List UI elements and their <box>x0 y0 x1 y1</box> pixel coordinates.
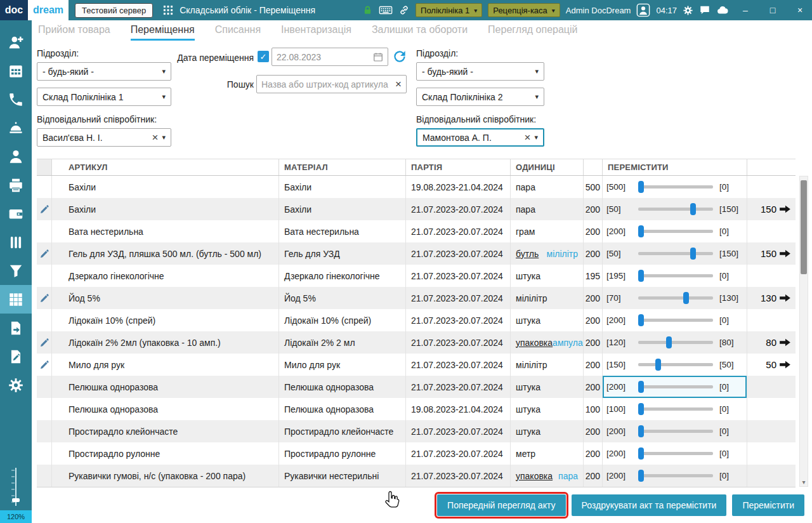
edit-icon[interactable] <box>39 249 49 259</box>
tab-2[interactable]: Переміщення <box>131 24 195 41</box>
search-input-field[interactable] <box>261 79 392 89</box>
sidebar-item-staff[interactable] <box>0 142 32 171</box>
apps-grid-icon[interactable] <box>163 5 173 15</box>
table-row[interactable]: Вата нестерильнаВата нестерильна21.07.20… <box>37 220 796 242</box>
sidebar-item-payments[interactable] <box>0 199 32 228</box>
target-division-select[interactable]: - будь-який - ▾ <box>416 62 544 81</box>
unit-label[interactable]: упаковка <box>516 471 553 481</box>
move-slider-cell[interactable]: [500][0] <box>603 176 747 198</box>
maximize-button[interactable]: □ <box>762 0 783 20</box>
slider-handle[interactable] <box>638 225 644 237</box>
slider-track[interactable] <box>638 341 713 344</box>
edit-icon[interactable] <box>39 204 49 215</box>
sidebar-item-lab-tubes[interactable] <box>0 228 32 256</box>
slider-handle[interactable] <box>638 381 644 393</box>
table-row[interactable]: Пелюшка одноразоваПелюшка одноразова21.0… <box>37 376 796 398</box>
scroll-down-icon[interactable]: ▾ <box>800 479 808 486</box>
close-button[interactable]: × <box>789 0 811 20</box>
table-row[interactable]: БахілиБахіли21.07.2023-20.07.2024пара200… <box>37 198 796 220</box>
date-filter-checkbox[interactable]: ✓ <box>258 51 269 62</box>
settings-gear-icon[interactable] <box>683 5 693 16</box>
clear-icon[interactable]: × <box>525 132 531 143</box>
slider-handle[interactable] <box>655 359 661 371</box>
sidebar-item-print[interactable] <box>0 171 32 199</box>
source-employee-select[interactable]: Васил'єва Н. І. × ▾ <box>37 128 171 147</box>
minimize-button[interactable]: – <box>735 0 756 20</box>
unit-label[interactable]: бутль <box>516 249 539 259</box>
test-server-button[interactable]: Тестовий сервер <box>75 3 153 18</box>
target-employee-select[interactable]: Мамонтова А. П. × ▾ <box>416 128 544 147</box>
slider-handle[interactable] <box>638 425 644 437</box>
unit-label[interactable]: упаковка <box>516 338 553 348</box>
table-row[interactable]: Мило для рукМило для рук21.07.2023-20.07… <box>37 354 796 376</box>
move-slider-cell[interactable]: [50][150] <box>603 242 747 265</box>
col-material[interactable]: МАТЕРІАЛ <box>279 159 406 175</box>
slider-track[interactable] <box>638 230 713 233</box>
slider-track[interactable] <box>638 274 713 277</box>
col-article[interactable]: АРТИКУЛ <box>52 159 279 175</box>
move-slider-cell[interactable]: [200][0] <box>603 442 747 465</box>
slider-handle[interactable] <box>690 203 696 215</box>
slider-track[interactable] <box>638 252 713 255</box>
move-slider-cell[interactable]: [200][0] <box>603 376 747 398</box>
col-batch[interactable]: ПАРТІЯ <box>406 159 511 175</box>
col-units[interactable]: ОДИНИЦІ <box>511 159 584 175</box>
sidebar-item-patient-add[interactable] <box>0 28 32 56</box>
table-row[interactable]: Простирадло рулоннеПростирадло рулонне21… <box>37 442 796 465</box>
zoom-slider[interactable] <box>9 467 23 507</box>
unit-alt-label[interactable]: ампула <box>553 338 583 348</box>
move-slider-cell[interactable]: [200][0] <box>603 420 747 442</box>
clear-icon[interactable]: × <box>152 132 159 143</box>
edit-icon[interactable] <box>39 360 49 370</box>
table-row[interactable]: БахілиБахіли19.08.2023-21.04.2024пара500… <box>37 176 796 198</box>
sidebar-item-settings[interactable] <box>0 371 32 399</box>
slider-track[interactable] <box>638 363 713 366</box>
table-row[interactable]: Гель для УЗД, пляшка 500 мл. (бутль - 50… <box>37 242 796 265</box>
slider-handle[interactable] <box>683 292 689 304</box>
slider-handle[interactable] <box>638 470 644 482</box>
print-and-move-button[interactable]: Роздрукувати акт та перемістити <box>572 494 727 516</box>
slider-handle[interactable] <box>666 336 672 348</box>
sidebar-item-service-bell[interactable] <box>0 114 32 142</box>
slider-track[interactable] <box>638 319 713 322</box>
table-row[interactable]: Дзеркало гінекологічнеДзеркало гінеколог… <box>37 265 796 287</box>
slider-track[interactable] <box>638 452 713 455</box>
cashdesk-select[interactable]: Рецепція-каса ▾ <box>488 3 560 17</box>
move-slider-cell[interactable]: [200][0] <box>603 309 747 331</box>
slider-handle[interactable] <box>638 270 644 282</box>
move-slider-cell[interactable]: [50][150] <box>603 198 747 220</box>
scrollbar-thumb[interactable] <box>801 180 807 274</box>
move-slider-cell[interactable]: [200][0] <box>603 220 747 242</box>
sidebar-item-report-edit[interactable] <box>0 342 32 371</box>
tab-1[interactable]: Прийом товара <box>38 24 110 41</box>
slider-track[interactable] <box>638 385 713 388</box>
slider-handle[interactable] <box>638 314 644 326</box>
slider-handle[interactable] <box>638 403 644 415</box>
tab-3[interactable]: Списання <box>215 24 261 41</box>
tab-5[interactable]: Залишки та обороти <box>372 24 468 41</box>
sidebar-item-documents[interactable] <box>0 314 32 342</box>
unit-alt-label[interactable]: мілілітр <box>547 249 579 259</box>
keyboard-icon[interactable] <box>379 3 393 17</box>
calendar-icon[interactable] <box>373 52 383 62</box>
sidebar-item-warehouse[interactable] <box>0 285 32 314</box>
slider-handle[interactable] <box>638 447 644 460</box>
table-scrollbar[interactable]: ▾ <box>799 176 808 487</box>
edit-icon[interactable] <box>39 293 49 303</box>
move-slider-cell[interactable]: [70][130] <box>603 287 747 309</box>
table-row[interactable]: Пелюшка одноразоваПелюшка одноразова19.0… <box>37 398 796 420</box>
table-row[interactable]: Рукавички гумові, н/с (упаковка - 200 па… <box>37 465 796 487</box>
source-division-select[interactable]: - будь-який - ▾ <box>37 62 171 81</box>
tab-6[interactable]: Перегляд операцій <box>488 24 577 41</box>
slider-track[interactable] <box>638 296 713 300</box>
tab-4[interactable]: Інвентаризація <box>281 24 351 41</box>
avatar-icon[interactable] <box>636 3 650 17</box>
slider-handle[interactable] <box>638 181 644 193</box>
edit-icon[interactable] <box>39 338 49 348</box>
move-button[interactable]: Перемістити <box>732 494 804 516</box>
table-row[interactable]: Лідокаїн 10% (спрей)Лідокаїн 10% (спрей)… <box>37 309 796 331</box>
source-warehouse-select[interactable]: Склад Поліклініка 1 ▾ <box>37 88 171 106</box>
slider-track[interactable] <box>638 407 713 411</box>
date-input[interactable]: 22.08.2023 <box>272 48 388 66</box>
move-slider-cell[interactable]: [195][0] <box>603 265 747 287</box>
